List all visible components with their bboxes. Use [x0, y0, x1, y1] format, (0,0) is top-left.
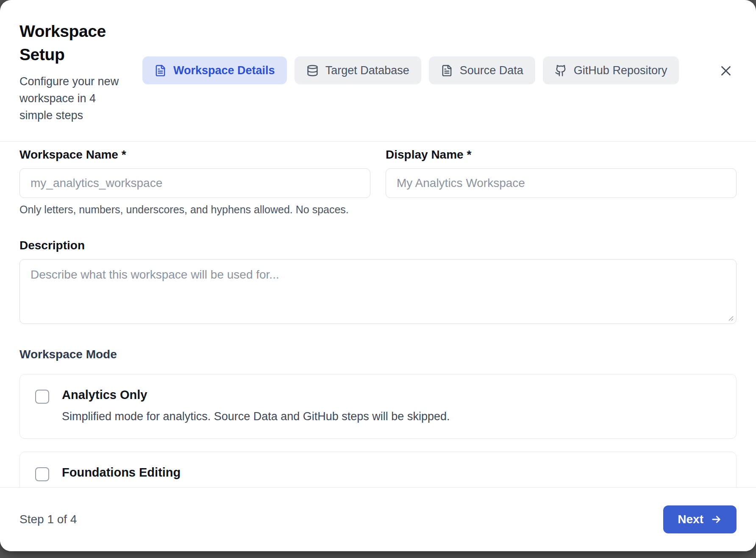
- mode-option-title: Analytics Only: [62, 388, 450, 402]
- description-field-group: Description: [19, 239, 737, 324]
- description-textarea-wrap: [19, 259, 737, 324]
- display-name-input[interactable]: [386, 168, 737, 198]
- arrow-right-icon: [710, 513, 722, 525]
- mode-option-text: Analytics Only Simplified mode for analy…: [62, 388, 450, 425]
- tab-label: Target Database: [325, 64, 409, 77]
- tab-github-repository[interactable]: GitHub Repository: [543, 56, 679, 84]
- tab-label: Source Data: [460, 64, 523, 77]
- tab-workspace-details[interactable]: Workspace Details: [142, 56, 287, 84]
- close-button[interactable]: [718, 63, 734, 79]
- next-button[interactable]: Next: [663, 505, 737, 533]
- mode-option-text: Foundations Editing Full editing mode fo…: [62, 466, 721, 487]
- close-icon: [718, 63, 734, 79]
- step-tabs: Workspace Details Target Database Source…: [142, 56, 679, 84]
- workspace-name-label: Workspace Name *: [19, 148, 370, 162]
- dialog-footer: Step 1 of 4 Next: [0, 487, 756, 551]
- resize-handle-icon[interactable]: [726, 314, 734, 321]
- tab-label: Workspace Details: [173, 64, 275, 77]
- tab-target-database[interactable]: Target Database: [295, 56, 421, 84]
- display-name-label: Display Name *: [386, 148, 737, 162]
- dialog-header-left: Workspace Setup Configure your new works…: [19, 20, 125, 124]
- workspace-name-field-group: Workspace Name * Only letters, numbers, …: [19, 148, 370, 216]
- mode-option-description: Simplified mode for analytics. Source Da…: [62, 408, 450, 425]
- display-name-field-group: Display Name *: [386, 148, 737, 216]
- name-fields-row: Workspace Name * Only letters, numbers, …: [19, 148, 737, 216]
- dialog-subtitle: Configure your new workspace in 4 simple…: [19, 73, 125, 124]
- dialog-content: Workspace Name * Only letters, numbers, …: [0, 142, 756, 487]
- github-icon: [555, 64, 567, 77]
- mode-option-title: Foundations Editing: [62, 466, 721, 480]
- dialog-header: Workspace Setup Configure your new works…: [0, 0, 756, 142]
- workspace-setup-dialog: Workspace Setup Configure your new works…: [0, 0, 756, 551]
- description-textarea[interactable]: [19, 259, 737, 324]
- description-label: Description: [19, 239, 737, 252]
- workspace-mode-label: Workspace Mode: [19, 348, 737, 361]
- database-icon: [306, 64, 319, 77]
- tab-label: GitHub Repository: [574, 64, 667, 77]
- workspace-name-helper: Only letters, numbers, underscores, and …: [19, 204, 370, 216]
- analytics-only-checkbox[interactable]: [35, 390, 49, 404]
- mode-option-foundations-editing[interactable]: Foundations Editing Full editing mode fo…: [19, 452, 737, 487]
- tab-source-data[interactable]: Source Data: [429, 56, 535, 84]
- mode-option-analytics-only[interactable]: Analytics Only Simplified mode for analy…: [19, 374, 737, 439]
- file-text-icon: [441, 64, 453, 77]
- file-text-icon: [154, 64, 167, 77]
- dialog-title: Workspace Setup: [19, 20, 125, 67]
- step-indicator: Step 1 of 4: [19, 513, 77, 526]
- foundations-editing-checkbox[interactable]: [35, 467, 49, 481]
- workspace-name-input[interactable]: [19, 168, 370, 198]
- next-button-label: Next: [678, 513, 703, 526]
